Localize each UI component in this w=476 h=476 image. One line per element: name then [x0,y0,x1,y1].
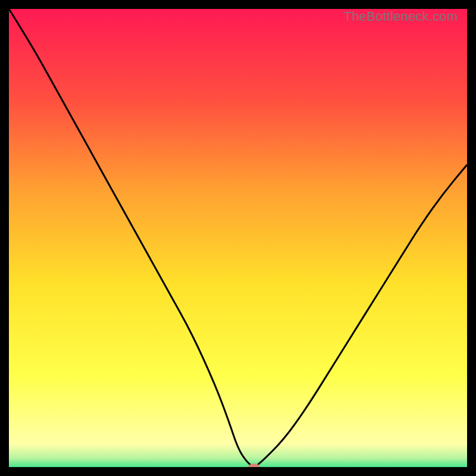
chart-background [9,9,467,467]
chart-frame: TheBottleneck.com [9,9,467,467]
bottleneck-chart [9,9,467,467]
watermark-text: TheBottleneck.com [343,9,458,24]
